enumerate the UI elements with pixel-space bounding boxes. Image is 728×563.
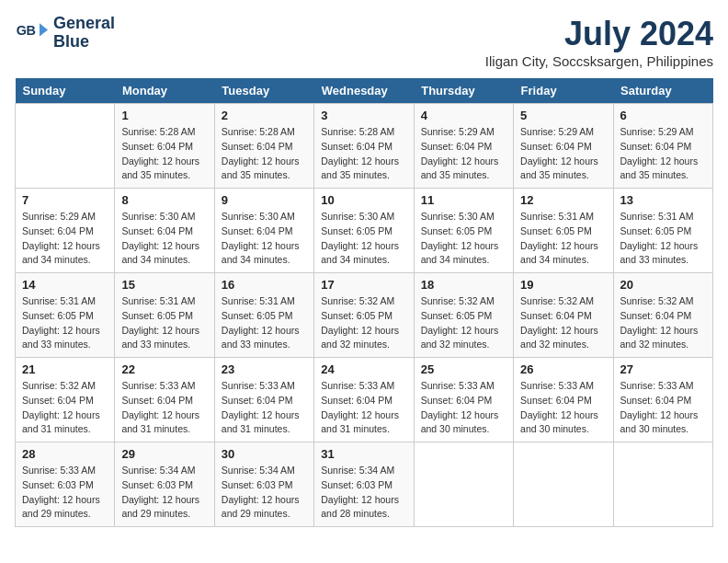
- day-number: 25: [421, 362, 506, 376]
- day-number: 19: [520, 278, 606, 292]
- day-number: 15: [121, 278, 207, 292]
- calendar-cell: 11Sunrise: 5:30 AMSunset: 6:05 PMDayligh…: [414, 189, 513, 273]
- day-info: Sunrise: 5:33 AMSunset: 6:04 PMDaylight:…: [421, 379, 506, 437]
- day-number: 26: [520, 362, 606, 376]
- day-number: 24: [321, 362, 406, 376]
- day-info: Sunrise: 5:28 AMSunset: 6:04 PMDaylight:…: [321, 125, 406, 183]
- day-info: Sunrise: 5:30 AMSunset: 6:04 PMDaylight:…: [121, 210, 207, 268]
- calendar-cell: 13Sunrise: 5:31 AMSunset: 6:05 PMDayligh…: [613, 189, 712, 273]
- day-number: 31: [321, 447, 406, 461]
- day-info: Sunrise: 5:34 AMSunset: 6:03 PMDaylight:…: [321, 464, 406, 522]
- calendar-cell: [613, 442, 712, 527]
- day-number: 21: [22, 362, 108, 376]
- calendar-cell: 10Sunrise: 5:30 AMSunset: 6:05 PMDayligh…: [314, 189, 414, 273]
- day-number: 6: [620, 109, 706, 122]
- calendar-table: SundayMondayTuesdayWednesdayThursdayFrid…: [15, 78, 713, 527]
- week-row-3: 14Sunrise: 5:31 AMSunset: 6:05 PMDayligh…: [16, 273, 713, 358]
- day-info: Sunrise: 5:33 AMSunset: 6:03 PMDaylight:…: [22, 464, 108, 522]
- day-info: Sunrise: 5:32 AMSunset: 6:04 PMDaylight:…: [620, 294, 706, 352]
- day-info: Sunrise: 5:30 AMSunset: 6:05 PMDaylight:…: [421, 210, 506, 268]
- day-number: 5: [520, 109, 606, 122]
- calendar-cell: [16, 104, 115, 189]
- calendar-cell: 22Sunrise: 5:33 AMSunset: 6:04 PMDayligh…: [115, 358, 214, 442]
- svg-text:G: G: [17, 23, 27, 38]
- day-number: 12: [520, 193, 606, 207]
- day-info: Sunrise: 5:31 AMSunset: 6:05 PMDaylight:…: [520, 210, 606, 268]
- calendar-cell: 27Sunrise: 5:33 AMSunset: 6:04 PMDayligh…: [613, 358, 712, 442]
- day-info: Sunrise: 5:29 AMSunset: 6:04 PMDaylight:…: [421, 125, 506, 183]
- calendar-header-row: SundayMondayTuesdayWednesdayThursdayFrid…: [16, 78, 713, 104]
- day-number: 2: [222, 109, 307, 122]
- day-info: Sunrise: 5:32 AMSunset: 6:04 PMDaylight:…: [22, 379, 108, 437]
- header-wednesday: Wednesday: [314, 78, 414, 104]
- day-info: Sunrise: 5:34 AMSunset: 6:03 PMDaylight:…: [121, 464, 207, 522]
- calendar-cell: 2Sunrise: 5:28 AMSunset: 6:04 PMDaylight…: [214, 104, 313, 189]
- calendar-cell: 29Sunrise: 5:34 AMSunset: 6:03 PMDayligh…: [115, 442, 214, 527]
- svg-text:B: B: [27, 23, 36, 38]
- calendar-cell: [514, 442, 613, 527]
- calendar-cell: 26Sunrise: 5:33 AMSunset: 6:04 PMDayligh…: [514, 358, 613, 442]
- calendar-cell: 8Sunrise: 5:30 AMSunset: 6:04 PMDaylight…: [115, 189, 214, 273]
- day-number: 11: [421, 193, 506, 207]
- day-number: 7: [22, 193, 108, 207]
- day-number: 17: [321, 278, 406, 292]
- logo-icon: G B: [15, 17, 48, 50]
- calendar-cell: 6Sunrise: 5:29 AMSunset: 6:04 PMDaylight…: [613, 104, 712, 189]
- title-block: July 2024 Iligan City, Soccsksargen, Phi…: [485, 15, 713, 69]
- calendar-cell: 23Sunrise: 5:33 AMSunset: 6:04 PMDayligh…: [214, 358, 313, 442]
- calendar-cell: 4Sunrise: 5:29 AMSunset: 6:04 PMDaylight…: [414, 104, 513, 189]
- calendar-cell: 19Sunrise: 5:32 AMSunset: 6:04 PMDayligh…: [514, 273, 613, 358]
- day-info: Sunrise: 5:32 AMSunset: 6:05 PMDaylight:…: [321, 294, 406, 352]
- main-title: July 2024: [485, 15, 713, 53]
- calendar-cell: 1Sunrise: 5:28 AMSunset: 6:04 PMDaylight…: [115, 104, 214, 189]
- calendar-cell: [414, 442, 513, 527]
- day-info: Sunrise: 5:29 AMSunset: 6:04 PMDaylight:…: [520, 125, 606, 183]
- calendar-cell: 14Sunrise: 5:31 AMSunset: 6:05 PMDayligh…: [16, 273, 115, 358]
- day-number: 16: [222, 278, 307, 292]
- day-info: Sunrise: 5:33 AMSunset: 6:04 PMDaylight:…: [121, 379, 207, 437]
- calendar-cell: 5Sunrise: 5:29 AMSunset: 6:04 PMDaylight…: [514, 104, 613, 189]
- day-number: 14: [22, 278, 108, 292]
- day-info: Sunrise: 5:32 AMSunset: 6:05 PMDaylight:…: [421, 294, 506, 352]
- calendar-cell: 9Sunrise: 5:30 AMSunset: 6:04 PMDaylight…: [214, 189, 313, 273]
- svg-marker-2: [40, 23, 48, 36]
- calendar-cell: 3Sunrise: 5:28 AMSunset: 6:04 PMDaylight…: [314, 104, 414, 189]
- day-info: Sunrise: 5:33 AMSunset: 6:04 PMDaylight:…: [321, 379, 406, 437]
- calendar-cell: 24Sunrise: 5:33 AMSunset: 6:04 PMDayligh…: [314, 358, 414, 442]
- day-number: 28: [22, 447, 108, 461]
- day-number: 3: [321, 109, 406, 122]
- calendar-cell: 30Sunrise: 5:34 AMSunset: 6:03 PMDayligh…: [214, 442, 313, 527]
- day-info: Sunrise: 5:30 AMSunset: 6:04 PMDaylight:…: [222, 210, 307, 268]
- day-info: Sunrise: 5:31 AMSunset: 6:05 PMDaylight:…: [620, 210, 706, 268]
- day-info: Sunrise: 5:28 AMSunset: 6:04 PMDaylight:…: [222, 125, 307, 183]
- week-row-1: 1Sunrise: 5:28 AMSunset: 6:04 PMDaylight…: [16, 104, 713, 189]
- day-number: 23: [222, 362, 307, 376]
- day-number: 29: [121, 447, 207, 461]
- day-number: 1: [121, 109, 207, 122]
- header-monday: Monday: [115, 78, 214, 104]
- day-number: 8: [121, 193, 207, 207]
- calendar-cell: 12Sunrise: 5:31 AMSunset: 6:05 PMDayligh…: [514, 189, 613, 273]
- logo-text: General Blue: [53, 15, 115, 52]
- calendar-cell: 18Sunrise: 5:32 AMSunset: 6:05 PMDayligh…: [414, 273, 513, 358]
- week-row-4: 21Sunrise: 5:32 AMSunset: 6:04 PMDayligh…: [16, 358, 713, 442]
- day-info: Sunrise: 5:29 AMSunset: 6:04 PMDaylight:…: [620, 125, 706, 183]
- day-info: Sunrise: 5:33 AMSunset: 6:04 PMDaylight:…: [222, 379, 307, 437]
- header-saturday: Saturday: [613, 78, 712, 104]
- header-thursday: Thursday: [414, 78, 513, 104]
- calendar-cell: 16Sunrise: 5:31 AMSunset: 6:05 PMDayligh…: [214, 273, 313, 358]
- page-header: G B General Blue July 2024 Iligan City, …: [15, 15, 713, 69]
- day-number: 9: [222, 193, 307, 207]
- logo-line1: General: [53, 15, 115, 33]
- week-row-2: 7Sunrise: 5:29 AMSunset: 6:04 PMDaylight…: [16, 189, 713, 273]
- day-number: 10: [321, 193, 406, 207]
- day-info: Sunrise: 5:29 AMSunset: 6:04 PMDaylight:…: [22, 210, 108, 268]
- calendar-cell: 17Sunrise: 5:32 AMSunset: 6:05 PMDayligh…: [314, 273, 414, 358]
- header-friday: Friday: [514, 78, 613, 104]
- logo: G B General Blue: [15, 15, 115, 52]
- calendar-cell: 20Sunrise: 5:32 AMSunset: 6:04 PMDayligh…: [613, 273, 712, 358]
- calendar-cell: 28Sunrise: 5:33 AMSunset: 6:03 PMDayligh…: [16, 442, 115, 527]
- calendar-cell: 15Sunrise: 5:31 AMSunset: 6:05 PMDayligh…: [115, 273, 214, 358]
- day-info: Sunrise: 5:31 AMSunset: 6:05 PMDaylight:…: [121, 294, 207, 352]
- day-info: Sunrise: 5:28 AMSunset: 6:04 PMDaylight:…: [121, 125, 207, 183]
